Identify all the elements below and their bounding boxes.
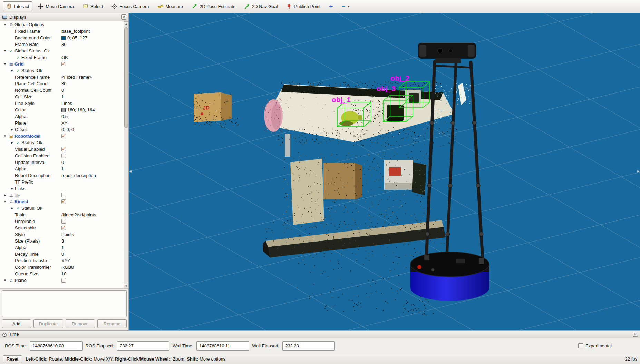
tree-row[interactable]: ▼Global Options xyxy=(0,21,124,28)
expander-open-icon[interactable]: ▼ xyxy=(2,49,8,52)
add-tool-button[interactable]: + xyxy=(326,1,336,11)
tool-select-button[interactable]: Select xyxy=(79,1,106,11)
expander-open-icon[interactable]: ▼ xyxy=(2,135,8,138)
property-value[interactable]: Lines xyxy=(61,101,124,106)
tree-row[interactable]: Unreliable xyxy=(0,218,124,225)
property-checkbox[interactable] xyxy=(61,154,66,158)
time-panel-close-button[interactable]: × xyxy=(633,332,638,337)
tree-row[interactable]: Queue Size10 xyxy=(0,270,124,277)
tree-row[interactable]: Fixed FrameOK xyxy=(0,54,124,61)
ros-elapsed-input[interactable] xyxy=(117,341,169,351)
property-value[interactable]: 30 xyxy=(61,42,124,47)
property-value[interactable]: XY xyxy=(61,120,124,126)
property-checkbox[interactable]: ✓ xyxy=(61,134,66,138)
tree-row[interactable]: StylePoints xyxy=(0,231,124,238)
tree-row[interactable]: ▶Offset0; 0; 0 xyxy=(0,126,124,133)
property-checkbox[interactable] xyxy=(61,219,66,224)
property-value[interactable]: 0 xyxy=(61,88,124,93)
property-value[interactable]: 1 xyxy=(61,245,124,250)
tree-row[interactable]: Visual Enabled✓ xyxy=(0,146,124,153)
tree-row[interactable]: Topic/kinect2/sd/points xyxy=(0,211,124,218)
tree-row[interactable]: ▼Plane xyxy=(0,277,124,284)
tree-row[interactable]: Selectable✓ xyxy=(0,225,124,231)
tree-row[interactable]: ▼Kinect✓ xyxy=(0,198,124,205)
property-value[interactable]: robot_description xyxy=(61,173,124,178)
tree-row[interactable]: PlaneXY xyxy=(0,120,124,126)
property-value[interactable]: 160; 160; 164 xyxy=(61,107,124,112)
expander-open-icon[interactable]: ▼ xyxy=(2,279,8,282)
tool-move-camera-button[interactable]: Move Camera xyxy=(34,1,77,11)
tool-measure-button[interactable]: Measure xyxy=(154,1,186,11)
tree-row[interactable]: ▼Grid✓ xyxy=(0,61,124,67)
3d-viewport[interactable]: JD xyxy=(129,13,640,330)
property-value[interactable]: 0; 85; 127 xyxy=(61,35,124,40)
expander-closed-icon[interactable]: ▶ xyxy=(9,187,15,190)
tree-row[interactable]: Alpha0.5 xyxy=(0,113,124,120)
tool-nav-goal-button[interactable]: 2D Nav Goal xyxy=(241,1,281,11)
tree-row[interactable]: Cell Size1 xyxy=(0,94,124,100)
property-value[interactable]: 0 xyxy=(61,160,124,165)
tree-row[interactable]: Update Interval0 xyxy=(0,159,124,166)
property-value[interactable]: /kinect2/sd/points xyxy=(61,212,124,217)
tool-focus-camera-button[interactable]: Focus Camera xyxy=(108,1,152,11)
tree-row[interactable]: Frame Rate30 xyxy=(0,41,124,48)
collapse-left-handle[interactable]: ◀ xyxy=(129,169,132,173)
expander-open-icon[interactable]: ▼ xyxy=(2,23,8,26)
tree-scrollbar[interactable]: ▲ ▼ xyxy=(124,21,128,288)
rename-display-button[interactable]: Rename xyxy=(97,319,127,328)
tree-row[interactable]: ▶Status: Ok xyxy=(0,205,124,211)
tree-row[interactable]: Collision Enabled xyxy=(0,153,124,159)
scrollbar-thumb[interactable] xyxy=(124,27,128,128)
property-value[interactable]: 0.5 xyxy=(61,114,124,119)
expander-open-icon[interactable]: ▼ xyxy=(2,62,8,66)
property-value[interactable]: 10 xyxy=(61,271,124,276)
tree-row[interactable]: ▼RobotModel✓ xyxy=(0,133,124,139)
tree-row[interactable]: ▼Global Status: Ok xyxy=(0,48,124,54)
expander-closed-icon[interactable]: ▶ xyxy=(9,141,15,144)
tree-row[interactable]: ▶Status: Ok xyxy=(0,139,124,146)
tree-row[interactable]: Alpha1 xyxy=(0,244,124,251)
tree-row[interactable]: Decay Time0 xyxy=(0,251,124,257)
tool-publish-point-button[interactable]: Publish Point xyxy=(283,1,324,11)
expander-closed-icon[interactable]: ▶ xyxy=(9,128,15,131)
displays-panel-titlebar[interactable]: Displays × xyxy=(0,13,128,21)
tree-row[interactable]: Line StyleLines xyxy=(0,100,124,107)
property-value[interactable]: 3 xyxy=(61,238,124,244)
scroll-down-arrow[interactable]: ▼ xyxy=(124,284,128,288)
property-value[interactable]: 1 xyxy=(61,166,124,171)
property-value[interactable]: 0; 0; 0 xyxy=(61,127,124,132)
tool-interact-button[interactable]: Interact xyxy=(3,1,32,11)
viewport-canvas[interactable]: JD xyxy=(129,13,640,330)
tree-row[interactable]: Color160; 160; 164 xyxy=(0,107,124,113)
scrollbar-track[interactable] xyxy=(124,26,128,284)
tree-row[interactable]: Reference Frame<Fixed Frame> xyxy=(0,74,124,80)
expander-closed-icon[interactable]: ▶ xyxy=(2,194,8,197)
tool-pose-estimate-button[interactable]: 2D Pose Estimate xyxy=(188,1,239,11)
property-value[interactable]: 30 xyxy=(61,81,124,86)
remove-tool-button[interactable]: − ▾ xyxy=(338,1,353,11)
property-checkbox[interactable] xyxy=(61,278,66,283)
tree-row[interactable]: TF Prefix xyxy=(0,179,124,185)
property-checkbox[interactable]: ✓ xyxy=(61,147,66,151)
experimental-checkbox[interactable] xyxy=(578,343,583,348)
tree-row[interactable]: Alpha1 xyxy=(0,166,124,172)
property-checkbox[interactable]: ✓ xyxy=(61,62,66,66)
tree-row[interactable]: ▶Links xyxy=(0,185,124,192)
tree-row[interactable]: Normal Cell Count0 xyxy=(0,87,124,94)
property-checkbox[interactable] xyxy=(61,193,66,197)
property-value[interactable]: <Fixed Frame> xyxy=(61,75,124,80)
wall-time-input[interactable] xyxy=(196,341,249,351)
tree-row[interactable]: Color TransformerRGB8 xyxy=(0,264,124,270)
property-value[interactable]: OK xyxy=(61,55,124,60)
add-display-button[interactable]: Add xyxy=(2,319,31,328)
tree-row[interactable]: Fixed Framebase_footprint xyxy=(0,28,124,35)
property-value[interactable]: XYZ xyxy=(61,258,124,263)
property-value[interactable]: RGB8 xyxy=(61,265,124,270)
tree-row[interactable]: Robot Descriptionrobot_description xyxy=(0,172,124,179)
tree-row[interactable]: Plane Cell Count30 xyxy=(0,80,124,87)
reset-button[interactable]: Reset xyxy=(3,355,22,363)
tree-row[interactable]: Position Transfo...XYZ xyxy=(0,257,124,264)
ros-time-input[interactable] xyxy=(30,341,83,351)
remove-display-button[interactable]: Remove xyxy=(66,319,95,328)
chevron-down-icon[interactable]: ▾ xyxy=(348,4,350,8)
